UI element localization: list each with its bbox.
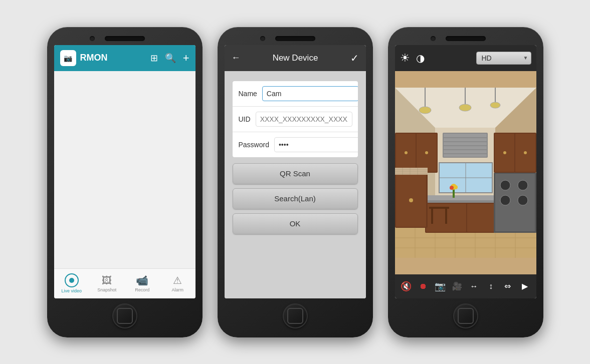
app-header: 📷 RMON ⊞ 🔍 + — [54, 45, 195, 71]
svg-point-17 — [405, 151, 408, 154]
password-input[interactable] — [274, 137, 358, 152]
svg-point-22 — [503, 151, 506, 154]
svg-point-59 — [450, 186, 454, 190]
phone-3: ☀ ◑ HD SD LD ▼ — [388, 27, 543, 337]
svg-point-60 — [454, 185, 458, 189]
tab-live-video[interactable]: Live video — [54, 273, 90, 293]
camera-header: ☀ ◑ HD SD LD ▼ — [395, 45, 536, 71]
home-button-inner-2 — [287, 308, 303, 324]
new-device-content: Name UID Password QR Scan Search(Lan) — [225, 71, 366, 298]
live-video-icon — [65, 273, 79, 287]
svg-point-34 — [459, 104, 471, 111]
tab-bar: Live video 🖼 Snapshot 📹 Record ⚠ Alarm — [54, 268, 195, 298]
tab-alarm-label: Alarm — [171, 287, 183, 292]
vertical-move-button[interactable]: ↕ — [483, 278, 499, 294]
camera-feed — [395, 71, 536, 274]
svg-rect-54 — [429, 207, 449, 209]
contrast-icon[interactable]: ◑ — [416, 52, 425, 64]
name-field-row: Name — [233, 81, 358, 107]
svg-point-18 — [425, 151, 428, 154]
snapshot-icon: 🖼 — [102, 275, 112, 286]
svg-point-46 — [500, 195, 510, 205]
ok-button[interactable]: OK — [233, 213, 358, 234]
phone-2-speaker — [275, 36, 315, 41]
svg-point-36 — [490, 102, 500, 108]
home-button-inner — [117, 308, 133, 324]
new-device-title: New Device — [241, 53, 350, 63]
svg-point-23 — [524, 151, 527, 154]
tab-snapshot-label: Snapshot — [97, 287, 116, 292]
tab-snapshot[interactable]: 🖼 Snapshot — [89, 275, 125, 292]
phone-1: 📷 RMON ⊞ 🔍 + Live video 🖼 Snapshot — [47, 27, 203, 337]
phone-2-screen: ← New Device ✓ Name UID Password — [225, 45, 366, 298]
phone-1-speaker — [105, 36, 145, 41]
svg-point-32 — [419, 107, 431, 114]
search-lan-button[interactable]: Search(Lan) — [233, 188, 358, 209]
grid-icon[interactable]: ⊞ — [150, 53, 158, 64]
uid-input[interactable] — [256, 112, 352, 127]
new-device-header: ← New Device ✓ — [225, 45, 366, 71]
play-button[interactable]: ▶ — [517, 278, 533, 294]
svg-point-45 — [518, 180, 528, 190]
tab-record[interactable]: 📹 Record — [125, 274, 160, 292]
brightness-icon[interactable]: ☀ — [400, 52, 410, 65]
horizontal-move-button[interactable]: ↔ — [466, 278, 482, 294]
name-input[interactable] — [262, 86, 358, 101]
tab-alarm[interactable]: ⚠ Alarm — [160, 274, 195, 292]
svg-rect-25 — [444, 134, 487, 157]
uid-label: UID — [239, 115, 251, 123]
phone-2: ← New Device ✓ Name UID Password — [218, 27, 373, 337]
flip-button[interactable]: ⇔ — [500, 278, 516, 294]
quality-select[interactable]: HD SD LD — [476, 52, 531, 65]
live-video-dot — [69, 278, 74, 283]
search-icon[interactable]: 🔍 — [165, 53, 176, 64]
app-title: RMON — [80, 53, 146, 63]
name-label: Name — [239, 90, 257, 98]
header-icons: ⊞ 🔍 + — [150, 52, 189, 65]
confirm-button[interactable]: ✓ — [350, 52, 359, 64]
snapshot-button[interactable]: 📷 — [432, 278, 448, 294]
app-logo: 📷 — [60, 50, 76, 66]
password-label: Password — [239, 141, 269, 149]
qr-scan-button[interactable]: QR Scan — [233, 163, 358, 184]
record-icon: 📹 — [136, 274, 148, 286]
tab-live-video-label: Live video — [61, 288, 82, 293]
uid-field-row: UID — [233, 107, 358, 132]
camera-controls: 🔇 ⏺ 📷 🎥 ↔ ↕ ⇔ ▶ — [395, 274, 536, 298]
phone-1-screen: 📷 RMON ⊞ 🔍 + Live video 🖼 Snapshot — [54, 45, 195, 298]
quality-selector-wrapper: HD SD LD ▼ — [429, 52, 531, 65]
password-field-row: Password — [233, 132, 358, 157]
svg-rect-56 — [445, 209, 447, 224]
record-button[interactable]: ⏺ — [415, 278, 431, 294]
phone-3-home-button[interactable] — [453, 303, 478, 328]
phone-3-speaker — [446, 36, 486, 41]
device-form: Name UID Password — [233, 81, 358, 157]
svg-point-47 — [518, 195, 528, 205]
home-button-inner-3 — [458, 308, 474, 324]
video-button[interactable]: 🎥 — [449, 278, 465, 294]
alarm-icon: ⚠ — [173, 274, 182, 286]
quality-dropdown-wrapper: HD SD LD ▼ — [476, 52, 531, 65]
svg-rect-55 — [431, 209, 433, 224]
phone-2-home-button[interactable] — [283, 303, 308, 328]
add-icon[interactable]: + — [183, 52, 189, 65]
phone-3-screen: ☀ ◑ HD SD LD ▼ — [395, 45, 536, 298]
mute-button[interactable]: 🔇 — [398, 278, 414, 294]
tab-record-label: Record — [135, 287, 149, 292]
back-button[interactable]: ← — [232, 53, 241, 63]
svg-point-44 — [500, 180, 510, 190]
phone-1-home-button[interactable] — [112, 303, 137, 328]
main-content — [54, 71, 195, 268]
svg-point-50 — [409, 198, 413, 202]
